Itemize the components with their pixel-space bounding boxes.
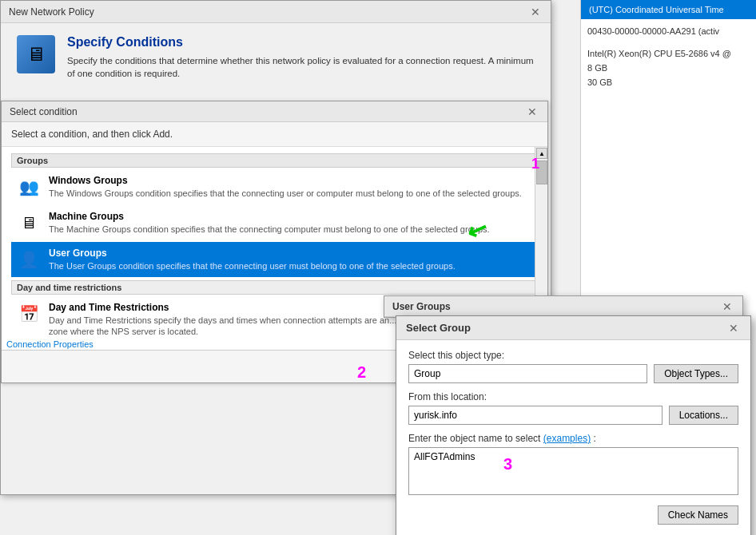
location-input[interactable] [408, 406, 662, 425]
windows-groups-title: Windows Groups [49, 175, 522, 186]
nnp-content: Specify Conditions Specify the condition… [1, 23, 551, 104]
machine-groups-item[interactable]: 🖥 Machine Groups The Machine Groups cond… [11, 205, 538, 240]
sg-dialog-title: Select Group [406, 322, 471, 334]
user-groups-item[interactable]: 👤 User Groups The User Groups condition … [11, 242, 538, 277]
scrollbar-thumb[interactable] [536, 160, 547, 184]
nnp-header-text: Specify Conditions Specify the condition… [67, 35, 535, 80]
object-type-input[interactable] [408, 364, 647, 383]
groups-header: Groups [11, 153, 538, 168]
machine-groups-icon: 🖥 [17, 211, 41, 235]
day-time-icon: 📅 [17, 302, 41, 326]
right-panel-utc: (UTC) Coordinated Universal Time [589, 5, 724, 14]
user-groups-content: User Groups The User Groups condition sp… [49, 248, 456, 271]
check-names-button[interactable]: Check Names [658, 505, 738, 525]
user-groups-dialog: User Groups ✕ [384, 295, 743, 318]
sc-close-button[interactable]: ✕ [525, 105, 539, 119]
nnp-description: Specify the conditions that determine wh… [67, 54, 535, 80]
sg-content: Select this object type: Object Types...… [396, 340, 750, 535]
right-panel-header: (UTC) Coordinated Universal Time [581, 0, 756, 19]
select-group-dialog: Select Group ✕ Select this object type: … [396, 315, 751, 535]
object-name-label: Enter the object name to select (example… [408, 433, 738, 444]
ug-close-button[interactable]: ✕ [720, 299, 734, 314]
object-types-button[interactable]: Object Types... [654, 364, 738, 383]
sg-titlebar: Select Group ✕ [396, 316, 750, 340]
machine-groups-content: Machine Groups The Machine Groups condit… [49, 211, 490, 235]
nnp-title: New Network Policy [9, 6, 94, 18]
windows-groups-icon: 👥 [17, 175, 41, 199]
nnp-close-button[interactable]: ✕ [528, 5, 543, 19]
machine-groups-title: Machine Groups [49, 211, 490, 222]
nnp-icon [17, 35, 55, 73]
machine-groups-desc: The Machine Groups condition specifies t… [49, 224, 490, 235]
locations-button[interactable]: Locations... [669, 406, 738, 425]
ug-titlebar: User Groups ✕ [384, 296, 742, 317]
sc-titlebar: Select condition ✕ [2, 101, 547, 122]
object-name-input[interactable] [408, 447, 738, 495]
examples-link[interactable]: (examples) [543, 433, 591, 444]
connection-properties-link[interactable]: Connection Properties [2, 338, 98, 351]
day-time-header: Day and time restrictions [11, 280, 538, 295]
right-panel-server: 00430-00000-00000-AA291 (activ [581, 19, 756, 44]
sg-close-button[interactable]: ✕ [726, 321, 741, 335]
nnp-header: Specify Conditions Specify the condition… [17, 35, 535, 80]
right-panel-cpu: Intel(R) Xeon(R) CPU E5-2686 v4 @ 8 GB 3… [581, 44, 756, 93]
user-groups-desc: The User Groups condition specifies that… [49, 260, 456, 271]
user-groups-icon: 👤 [17, 248, 41, 271]
nnp-titlebar: New Network Policy ✕ [1, 1, 551, 23]
windows-groups-item[interactable]: 👥 Windows Groups The Windows Groups cond… [11, 169, 538, 204]
windows-groups-content: Windows Groups The Windows Groups condit… [49, 175, 522, 199]
windows-groups-desc: The Windows Groups condition specifies t… [49, 188, 522, 199]
object-type-label: Select this object type: [408, 350, 738, 361]
ug-dialog-title: User Groups [392, 301, 451, 312]
user-groups-title: User Groups [49, 248, 456, 259]
scrollbar-up[interactable]: ▲ [536, 148, 547, 159]
sc-title: Select condition [10, 106, 78, 117]
object-type-row: Object Types... [408, 364, 738, 383]
nnp-icon-inner [17, 35, 55, 73]
location-label: From this location: [408, 391, 738, 402]
nnp-heading: Specify Conditions [67, 35, 535, 50]
location-row: Locations... [408, 406, 738, 425]
sc-instruction: Select a condition, and then click Add. [2, 122, 547, 147]
